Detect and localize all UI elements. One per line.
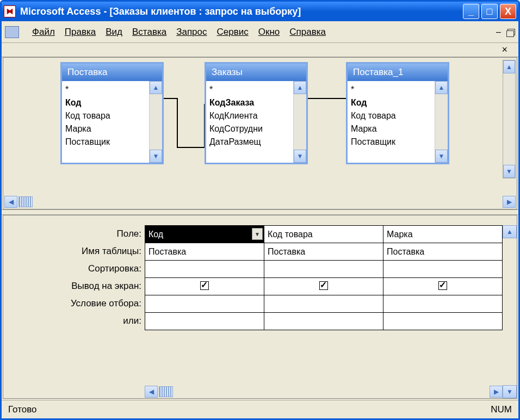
table-vscrollbar[interactable]: ▲▼	[293, 81, 306, 163]
table-vscrollbar[interactable]: ▲▼	[435, 81, 448, 163]
field-item[interactable]: *	[351, 83, 431, 96]
grid-cell-field[interactable]: Код▼	[145, 226, 264, 243]
statusbar: Готово NUM	[2, 400, 518, 418]
scroll-down-icon[interactable]: ▼	[150, 150, 162, 163]
grid-cell-criteria[interactable]	[145, 295, 264, 313]
field-item[interactable]: Код товара	[351, 109, 431, 122]
menu-file[interactable]: Файл	[32, 27, 55, 38]
table-Поставка_1[interactable]: Поставка_1*КодКод товараМаркаПоставщик▲▼	[346, 62, 449, 164]
scroll-up-icon[interactable]: ▲	[150, 81, 162, 94]
scroll-thumb[interactable]	[159, 386, 173, 397]
window-title: Microsoft Access - [Заказы клиентов : за…	[20, 6, 463, 17]
scroll-thumb[interactable]	[18, 196, 33, 207]
tables-pane: ▲ ▼ Поставка*КодКод товараМаркаПоставщик…	[3, 57, 517, 209]
scroll-down-icon[interactable]: ▼	[503, 165, 515, 178]
field-item[interactable]: Поставщик	[65, 135, 146, 149]
grid-cell-or[interactable]	[145, 313, 264, 330]
dropdown-icon[interactable]: ▼	[252, 228, 263, 240]
status-text: Готово	[8, 404, 491, 415]
field-item[interactable]: Марка	[65, 122, 146, 135]
grid-cell-table[interactable]: Поставка	[264, 243, 383, 261]
mdi-restore-icon[interactable]	[507, 29, 515, 35]
grid-cell-criteria[interactable]	[383, 295, 503, 313]
scroll-left-icon[interactable]: ◀	[4, 196, 17, 208]
grid-cell-or[interactable]	[383, 313, 503, 330]
label-table: Имя таблицы:	[3, 243, 141, 260]
menu-query[interactable]: Запрос	[176, 27, 207, 38]
field-list[interactable]: *КодКод товараМаркаПоставщик	[62, 81, 149, 163]
scroll-left-icon[interactable]: ◀	[145, 386, 158, 398]
app-icon	[4, 5, 16, 17]
grid-cell-field[interactable]: Код товара	[264, 226, 383, 243]
field-item[interactable]: *	[209, 83, 290, 96]
grid-vscrollbar[interactable]: ▲ ▼	[503, 215, 517, 398]
label-show: Вывод на экран:	[3, 277, 141, 295]
field-item[interactable]: Код	[351, 96, 431, 109]
close-button[interactable]: X	[500, 4, 516, 19]
grid-cell-sort[interactable]	[264, 261, 383, 278]
table-vscrollbar[interactable]: ▲▼	[149, 81, 162, 163]
upper-vscrollbar[interactable]: ▲ ▼	[503, 60, 516, 178]
field-item[interactable]: КодСотрудни	[209, 122, 290, 135]
menu-service[interactable]: Сервис	[217, 27, 249, 38]
field-item[interactable]: КодЗаказа	[209, 96, 290, 109]
maximize-button[interactable]: □	[481, 4, 498, 19]
field-item[interactable]: ДатаРазмещ	[209, 135, 290, 149]
show-checkbox[interactable]	[200, 281, 209, 290]
grid-cell-show[interactable]	[264, 278, 383, 295]
grid-cell-sort[interactable]	[145, 261, 264, 278]
inner-close-row: ×	[2, 43, 518, 57]
menu-insert[interactable]: Вставка	[132, 27, 166, 38]
scroll-right-icon[interactable]: ▶	[490, 386, 503, 398]
field-list[interactable]: *КодКод товараМаркаПоставщик	[348, 81, 435, 163]
grid-cell-show[interactable]	[145, 278, 264, 295]
scroll-up-icon[interactable]: ▲	[435, 81, 448, 94]
label-sort: Сортировка:	[3, 260, 141, 277]
show-checkbox[interactable]	[438, 281, 447, 290]
grid-cell-or[interactable]	[264, 313, 383, 330]
menu-help[interactable]: Справка	[289, 27, 326, 38]
field-item[interactable]: *	[65, 83, 146, 96]
field-item[interactable]: Код	[65, 96, 146, 109]
menu-view[interactable]: Вид	[106, 27, 122, 38]
menu-window[interactable]: Окно	[258, 27, 280, 38]
form-icon	[5, 26, 19, 38]
grid-row-labels: Поле: Имя таблицы: Сортировка: Вывод на …	[3, 215, 145, 398]
label-or: или:	[3, 312, 141, 330]
table-Поставка[interactable]: Поставка*КодКод товараМаркаПоставщик▲▼	[60, 62, 164, 164]
table-title[interactable]: Заказы	[206, 64, 306, 81]
table-Заказы[interactable]: Заказы*КодЗаказаКодКлиентаКодСотрудниДат…	[205, 62, 308, 164]
field-item[interactable]: Поставщик	[351, 135, 431, 149]
inner-close-button[interactable]: ×	[502, 44, 507, 55]
design-grid[interactable]: Код▼Код товараМаркаПоставкаПоставкаПоста…	[145, 225, 503, 330]
scroll-down-icon[interactable]: ▼	[294, 150, 306, 163]
titlebar: Microsoft Access - [Заказы клиентов : за…	[2, 2, 518, 21]
grid-cell-field[interactable]: Марка	[383, 226, 503, 243]
field-item[interactable]: КодКлиента	[209, 109, 290, 122]
status-numlock: NUM	[491, 404, 512, 415]
show-checkbox[interactable]	[319, 281, 328, 290]
scroll-up-icon[interactable]: ▲	[294, 81, 306, 94]
scroll-right-icon[interactable]: ▶	[503, 196, 516, 208]
menu-edit[interactable]: Правка	[65, 27, 96, 38]
grid-hscrollbar[interactable]: ◀ ▶	[145, 385, 503, 398]
pane-splitter[interactable]	[2, 209, 518, 215]
grid-cell-criteria[interactable]	[264, 295, 383, 313]
field-list[interactable]: *КодЗаказаКодКлиентаКодСотрудниДатаРазме…	[206, 81, 293, 163]
table-title[interactable]: Поставка_1	[348, 64, 448, 81]
grid-cell-table[interactable]: Поставка	[383, 243, 503, 261]
mdi-minimize-icon[interactable]: –	[494, 27, 503, 37]
grid-cell-table[interactable]: Поставка	[145, 243, 264, 261]
minimize-button[interactable]: _	[463, 4, 479, 19]
scroll-down-icon[interactable]: ▼	[503, 385, 517, 398]
grid-cell-sort[interactable]	[383, 261, 503, 278]
field-item[interactable]: Марка	[351, 122, 431, 135]
table-title[interactable]: Поставка	[62, 64, 162, 81]
grid-cell-show[interactable]	[383, 278, 503, 295]
app-window: Microsoft Access - [Заказы клиентов : за…	[0, 0, 520, 420]
scroll-down-icon[interactable]: ▼	[435, 150, 448, 163]
field-item[interactable]: Код товара	[65, 109, 146, 122]
upper-hscrollbar[interactable]: ◀ ▶	[3, 195, 517, 209]
scroll-up-icon[interactable]: ▲	[503, 60, 515, 73]
scroll-up-icon[interactable]: ▲	[503, 225, 517, 238]
